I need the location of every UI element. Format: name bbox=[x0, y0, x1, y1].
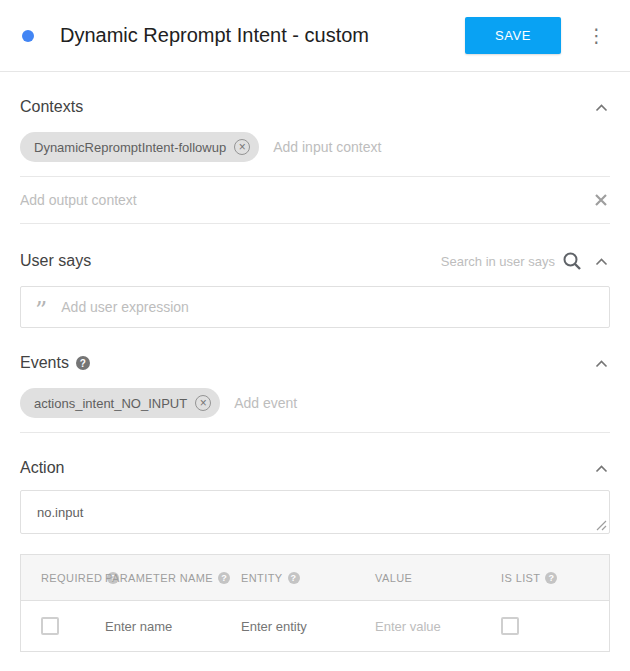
remove-input-context-icon[interactable]: × bbox=[234, 139, 250, 155]
input-context-chip[interactable]: DynamicRepromptIntent-followup × bbox=[20, 132, 259, 162]
add-output-context-field[interactable] bbox=[20, 192, 592, 208]
events-title: Events bbox=[20, 354, 69, 372]
input-context-chip-label: DynamicRepromptIntent-followup bbox=[34, 140, 226, 155]
action-title: Action bbox=[20, 459, 64, 477]
input-contexts-row: DynamicRepromptIntent-followup × bbox=[20, 132, 610, 177]
clear-contexts-icon[interactable] bbox=[592, 191, 610, 209]
contexts-section-header: Contexts bbox=[20, 98, 610, 116]
user-says-title: User says bbox=[20, 252, 91, 270]
more-options-icon[interactable]: ⋮ bbox=[581, 24, 612, 47]
quote-icon: ” bbox=[35, 307, 47, 317]
entity-input[interactable] bbox=[241, 619, 367, 634]
header-required: REQUIRED ? bbox=[21, 572, 105, 584]
events-collapse-icon[interactable] bbox=[593, 357, 610, 370]
page-title: Dynamic Reprompt Intent - custom bbox=[60, 24, 465, 47]
header: Dynamic Reprompt Intent - custom SAVE ⋮ bbox=[0, 0, 630, 72]
search-icon[interactable] bbox=[561, 250, 583, 272]
intent-dot-icon bbox=[22, 30, 34, 42]
events-row: actions_intent_NO_INPUT × bbox=[20, 388, 610, 433]
content: Contexts DynamicRepromptIntent-followup … bbox=[0, 98, 630, 652]
add-event-field[interactable] bbox=[234, 395, 610, 411]
action-name-input[interactable] bbox=[37, 505, 593, 520]
header-parameter-name: PARAMETER NAME ? bbox=[105, 572, 241, 584]
add-input-context-field[interactable] bbox=[273, 139, 610, 155]
entity-cell bbox=[241, 619, 375, 634]
header-is-list: IS LIST ? bbox=[501, 572, 609, 584]
search-user-says-input[interactable] bbox=[405, 254, 555, 269]
action-input-box bbox=[20, 490, 610, 534]
contexts-title: Contexts bbox=[20, 98, 83, 116]
remove-event-icon[interactable]: × bbox=[195, 395, 211, 411]
user-says-search bbox=[405, 250, 593, 272]
entity-help-icon[interactable]: ? bbox=[288, 572, 300, 584]
parameters-table-header: REQUIRED ? PARAMETER NAME ? ENTITY ? VAL… bbox=[21, 555, 609, 601]
parameter-name-cell bbox=[105, 619, 241, 634]
user-expression-box: ” bbox=[20, 286, 610, 328]
parameters-table: REQUIRED ? PARAMETER NAME ? ENTITY ? VAL… bbox=[20, 554, 610, 652]
events-section-header: Events ? bbox=[20, 354, 610, 372]
value-input[interactable] bbox=[375, 619, 493, 634]
required-checkbox[interactable] bbox=[41, 617, 59, 635]
action-collapse-icon[interactable] bbox=[593, 462, 610, 475]
is-list-help-icon[interactable]: ? bbox=[545, 572, 557, 584]
header-entity: ENTITY ? bbox=[241, 572, 375, 584]
required-cell bbox=[21, 617, 105, 635]
event-chip[interactable]: actions_intent_NO_INPUT × bbox=[20, 388, 220, 418]
event-chip-label: actions_intent_NO_INPUT bbox=[34, 396, 187, 411]
resize-handle-icon[interactable] bbox=[596, 520, 607, 531]
output-contexts-row bbox=[20, 177, 610, 224]
parameter-name-input[interactable] bbox=[105, 619, 233, 634]
is-list-checkbox[interactable] bbox=[501, 617, 519, 635]
events-help-icon[interactable]: ? bbox=[76, 356, 90, 370]
action-section-header: Action bbox=[20, 459, 610, 477]
save-button[interactable]: SAVE bbox=[465, 17, 561, 54]
is-list-cell bbox=[501, 617, 609, 635]
header-value: VALUE bbox=[375, 572, 501, 584]
user-says-section-header: User says bbox=[20, 250, 610, 272]
parameter-name-help-icon[interactable]: ? bbox=[218, 572, 230, 584]
parameter-row bbox=[21, 601, 609, 651]
value-cell bbox=[375, 619, 501, 634]
intent-editor-page: Dynamic Reprompt Intent - custom SAVE ⋮ … bbox=[0, 0, 630, 652]
user-says-collapse-icon[interactable] bbox=[593, 255, 610, 268]
contexts-collapse-icon[interactable] bbox=[593, 101, 610, 114]
add-user-expression-input[interactable] bbox=[61, 299, 595, 315]
